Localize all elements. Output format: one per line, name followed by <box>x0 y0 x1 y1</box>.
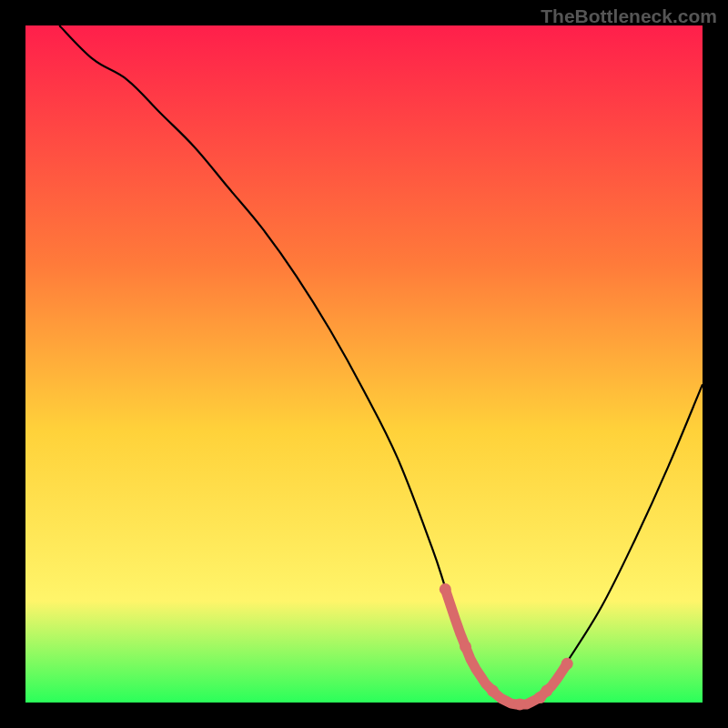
highlight-dot <box>460 641 471 652</box>
watermark-text: TheBottleneck.com <box>541 5 717 27</box>
highlight-dot <box>541 685 552 697</box>
chart-container: TheBottleneck.com <box>0 0 728 728</box>
plot-background <box>25 25 703 703</box>
highlight-dot <box>440 583 451 595</box>
highlight-dot <box>514 699 526 711</box>
bottleneck-chart <box>0 0 728 728</box>
highlight-dot <box>561 658 573 670</box>
highlight-dot <box>487 685 499 697</box>
